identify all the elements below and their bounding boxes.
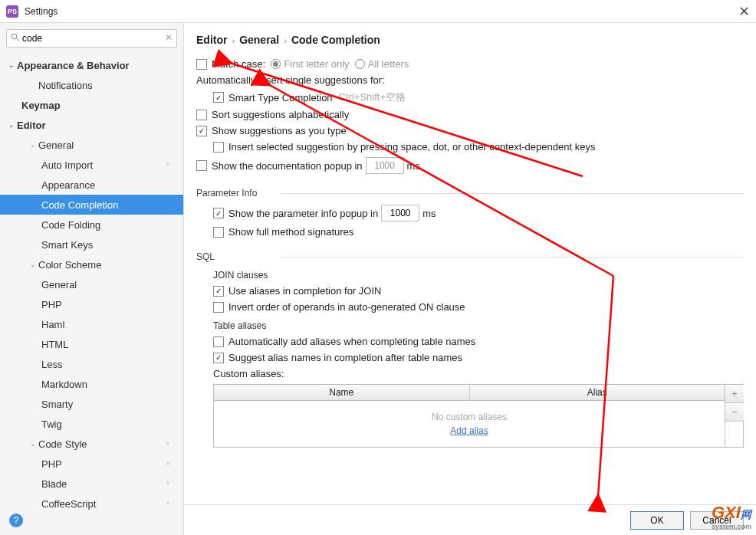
titlebar: PS Settings ✕: [0, 0, 756, 23]
all-letters-label: All letters: [368, 58, 409, 70]
add-row-button[interactable]: +: [725, 385, 744, 403]
project-badge-icon: ▫: [166, 498, 177, 509]
smart-type-checkbox[interactable]: [213, 92, 224, 103]
use-alias-join-label: Use aliases in completion for JOIN: [228, 285, 381, 297]
match-case-checkbox[interactable]: [196, 59, 207, 70]
ok-button[interactable]: OK: [630, 511, 684, 530]
chevron-down-icon: ⌄: [8, 121, 15, 129]
tree-auto-import[interactable]: Auto Import▫: [0, 155, 183, 175]
chevron-down-icon: ⌄: [29, 440, 37, 448]
project-badge-icon: ▫: [166, 458, 177, 469]
param-popup-checkbox[interactable]: [213, 208, 224, 218]
col-alias-header[interactable]: Alias: [470, 385, 725, 400]
tree-color-twig[interactable]: Twig: [0, 414, 183, 434]
tree-general[interactable]: ⌄General: [0, 135, 183, 155]
tree-color-php[interactable]: PHP: [0, 294, 183, 314]
no-aliases-text: No custom aliases: [432, 412, 507, 422]
custom-aliases-label: Custom aliases:: [213, 368, 284, 379]
tree-color-markdown[interactable]: Markdown: [0, 374, 183, 394]
doc-popup-checkbox[interactable]: [196, 160, 207, 171]
suggest-alias-checkbox[interactable]: [213, 353, 224, 363]
close-icon[interactable]: ✕: [738, 3, 750, 20]
sidebar: ✕ ⌄Appearance & Behavior Notifications K…: [0, 23, 184, 535]
invert-on-label: Invert order of operands in auto-generat…: [228, 301, 465, 313]
tree-color-less[interactable]: Less: [0, 354, 183, 374]
tree-code-style[interactable]: ⌄Code Style▫: [0, 434, 183, 454]
remove-row-button[interactable]: −: [725, 403, 744, 422]
tree-style-blade[interactable]: Blade▫: [0, 474, 183, 494]
table-aliases-heading: Table aliases: [213, 320, 744, 331]
custom-aliases-table: Name Alias No custom aliases Add alias +…: [213, 384, 744, 448]
tree-appearance-behavior[interactable]: ⌄Appearance & Behavior: [0, 55, 183, 75]
auto-add-alias-checkbox[interactable]: [213, 336, 224, 347]
minus-icon: −: [731, 406, 738, 418]
chevron-down-icon: ⌄: [8, 61, 15, 69]
auto-add-alias-label: Automatically add aliases when completin…: [228, 336, 475, 347]
app-icon: PS: [6, 5, 18, 18]
settings-tree: ⌄Appearance & Behavior Notifications Key…: [0, 54, 183, 535]
full-sig-checkbox[interactable]: [213, 227, 224, 238]
svg-line-1: [17, 39, 19, 41]
project-badge-icon: ▫: [166, 478, 177, 489]
project-badge-icon: ▫: [166, 438, 177, 449]
doc-popup-label: Show the documentation popup in: [212, 160, 363, 172]
help-button[interactable]: ?: [9, 514, 23, 527]
col-name-header[interactable]: Name: [214, 385, 470, 400]
param-popup-label: Show the parameter info popup in: [228, 208, 378, 219]
tree-color-smarty[interactable]: Smarty: [0, 394, 183, 414]
plus-icon: +: [731, 388, 738, 399]
tree-notifications[interactable]: Notifications: [0, 75, 183, 95]
svg-point-0: [12, 34, 17, 39]
smart-type-label: Smart Type Completion: [228, 92, 333, 103]
full-sig-label: Show full method signatures: [228, 226, 353, 238]
chevron-down-icon: ⌄: [29, 261, 37, 268]
ms-label: ms: [407, 160, 420, 172]
chevron-right-icon: ›: [232, 36, 235, 45]
ms-label-2: ms: [422, 208, 436, 219]
as-you-type-label: Show suggestions as you type: [212, 125, 347, 136]
chevron-right-icon: ›: [284, 36, 287, 45]
param-popup-input[interactable]: [381, 205, 419, 222]
project-badge-icon: ▫: [166, 159, 177, 170]
auto-insert-label: Automatically insert single suggestions …: [196, 74, 385, 86]
as-you-type-checkbox[interactable]: [196, 126, 207, 136]
insert-selected-label: Insert selected suggestion by pressing s…: [228, 141, 595, 153]
window-title: Settings: [25, 6, 58, 17]
tree-color-haml[interactable]: Haml: [0, 314, 183, 334]
tree-smart-keys[interactable]: Smart Keys: [0, 235, 183, 254]
tree-editor[interactable]: ⌄Editor: [0, 115, 183, 135]
tree-code-completion[interactable]: Code Completion: [0, 195, 183, 215]
search-icon: [11, 33, 20, 42]
parameter-info-section: Parameter Info: [196, 188, 744, 199]
use-alias-join-checkbox[interactable]: [213, 286, 224, 297]
tree-style-coffeescript[interactable]: CoffeeScript▫: [0, 494, 183, 514]
first-letter-radio[interactable]: [271, 59, 281, 69]
match-case-label: Match case:: [212, 58, 265, 70]
join-clauses-heading: JOIN clauses: [213, 270, 744, 281]
dialog-footer: OK Cancel: [184, 504, 756, 535]
tree-appearance[interactable]: Appearance: [0, 175, 183, 195]
tree-style-php[interactable]: PHP▫: [0, 454, 183, 474]
first-letter-label: First letter only: [284, 58, 349, 70]
suggest-alias-label: Suggest alias names in completion after …: [228, 352, 462, 363]
content-panel: Editor›General›Code Completion Match cas…: [184, 23, 756, 535]
tree-color-scheme[interactable]: ⌄Color Scheme: [0, 254, 183, 274]
doc-popup-input[interactable]: [366, 157, 404, 174]
tree-color-html[interactable]: HTML: [0, 334, 183, 354]
all-letters-radio[interactable]: [355, 59, 365, 69]
breadcrumb: Editor›General›Code Completion: [184, 23, 756, 54]
tree-code-folding[interactable]: Code Folding: [0, 215, 183, 235]
chevron-down-icon: ⌄: [29, 141, 37, 149]
tree-color-general[interactable]: General: [0, 274, 183, 294]
add-alias-link[interactable]: Add alias: [450, 425, 488, 436]
sort-alpha-checkbox[interactable]: [196, 110, 207, 120]
clear-search-icon[interactable]: ✕: [165, 32, 173, 43]
insert-selected-checkbox[interactable]: [213, 142, 224, 153]
cancel-button[interactable]: Cancel: [690, 511, 744, 530]
search-input[interactable]: [6, 29, 177, 48]
sql-section: SQL: [196, 251, 744, 262]
tree-keymap[interactable]: Keymap: [0, 95, 183, 115]
sort-alpha-label: Sort suggestions alphabetically: [212, 109, 349, 120]
smart-type-shortcut: Ctrl+Shift+空格: [339, 90, 406, 104]
invert-on-checkbox[interactable]: [213, 302, 224, 313]
